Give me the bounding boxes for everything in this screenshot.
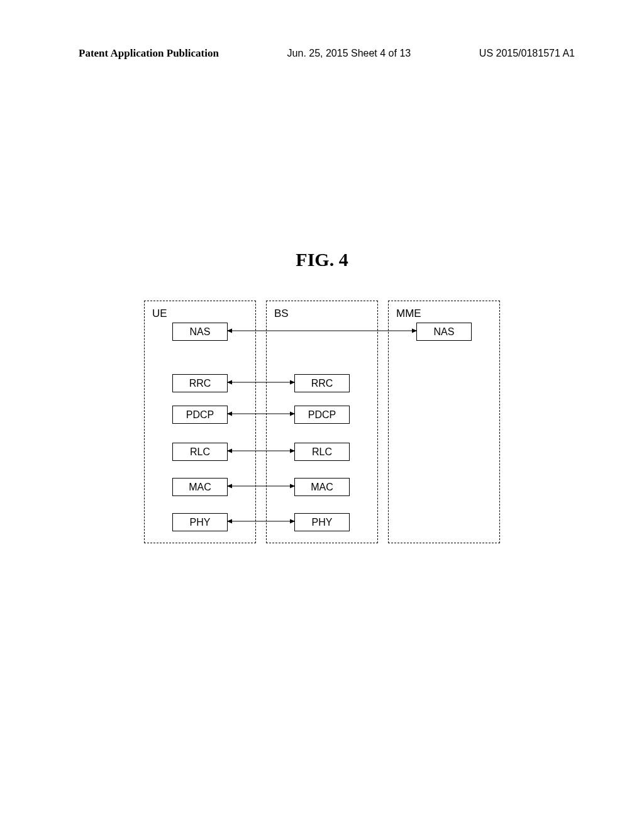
protocol-stack-diagram: UE NAS RRC PDCP RLC MAC PHY BS RRC PDCP … xyxy=(144,301,500,543)
header-right: US 2015/0181571 A1 xyxy=(479,48,575,59)
ue-layer-nas: NAS xyxy=(172,323,228,341)
entity-mme-label: MME xyxy=(396,307,421,320)
entity-ue-label: UE xyxy=(152,307,167,320)
ue-layer-mac: MAC xyxy=(172,478,228,496)
entity-bs-label: BS xyxy=(274,307,289,320)
ue-layer-phy: PHY xyxy=(172,513,228,531)
entity-mme: MME NAS xyxy=(388,301,500,543)
ue-layer-pdcp: PDCP xyxy=(172,406,228,424)
header-center: Jun. 25, 2015 Sheet 4 of 13 xyxy=(287,48,411,59)
figure-title: FIG. 4 xyxy=(0,249,644,270)
bs-layer-rlc: RLC xyxy=(294,443,350,461)
bs-layer-phy: PHY xyxy=(294,513,350,531)
bs-layer-pdcp: PDCP xyxy=(294,406,350,424)
mme-layer-nas: NAS xyxy=(416,323,472,341)
entity-bs: BS RRC PDCP RLC MAC PHY xyxy=(266,301,378,543)
page-header: Patent Application Publication Jun. 25, … xyxy=(0,47,644,60)
ue-layer-rrc: RRC xyxy=(172,374,228,392)
header-left: Patent Application Publication xyxy=(79,47,219,60)
bs-layer-rrc: RRC xyxy=(294,374,350,392)
ue-layer-rlc: RLC xyxy=(172,443,228,461)
entity-ue: UE NAS RRC PDCP RLC MAC PHY xyxy=(144,301,256,543)
bs-layer-mac: MAC xyxy=(294,478,350,496)
